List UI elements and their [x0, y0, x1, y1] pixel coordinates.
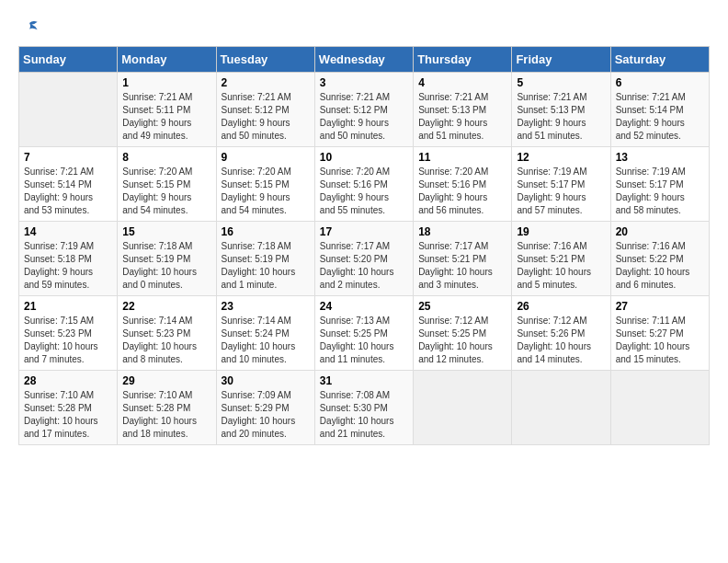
day-info: Sunrise: 7:21 AM Sunset: 5:14 PM Dayligh…	[616, 91, 704, 143]
day-info: Sunrise: 7:21 AM Sunset: 5:11 PM Dayligh…	[122, 91, 210, 143]
calendar-cell: 29Sunrise: 7:10 AM Sunset: 5:28 PM Dayli…	[118, 371, 216, 445]
calendar-cell: 10Sunrise: 7:20 AM Sunset: 5:16 PM Dayli…	[314, 147, 413, 222]
weekday-header-monday: Monday	[118, 47, 216, 73]
calendar-cell: 15Sunrise: 7:18 AM Sunset: 5:19 PM Dayli…	[118, 222, 216, 296]
day-number: 7	[24, 151, 112, 164]
weekday-header-tuesday: Tuesday	[216, 47, 314, 73]
weekday-header-thursday: Thursday	[414, 47, 512, 73]
weekday-header-friday: Friday	[512, 47, 610, 73]
day-number: 4	[418, 76, 506, 89]
day-number: 30	[222, 374, 310, 387]
day-info: Sunrise: 7:11 AM Sunset: 5:27 PM Dayligh…	[616, 315, 704, 366]
day-info: Sunrise: 7:10 AM Sunset: 5:28 PM Dayligh…	[122, 389, 210, 441]
day-number: 1	[122, 76, 210, 89]
day-number: 31	[320, 374, 408, 387]
day-number: 20	[616, 225, 704, 238]
calendar-cell: 1Sunrise: 7:21 AM Sunset: 5:11 PM Daylig…	[118, 73, 216, 147]
day-info: Sunrise: 7:21 AM Sunset: 5:13 PM Dayligh…	[517, 91, 605, 143]
day-info: Sunrise: 7:09 AM Sunset: 5:29 PM Dayligh…	[222, 389, 310, 441]
day-number: 10	[320, 151, 408, 164]
calendar-week-row: 21Sunrise: 7:15 AM Sunset: 5:23 PM Dayli…	[19, 296, 710, 371]
calendar-cell: 27Sunrise: 7:11 AM Sunset: 5:27 PM Dayli…	[610, 296, 709, 371]
day-info: Sunrise: 7:12 AM Sunset: 5:26 PM Dayligh…	[517, 315, 605, 366]
day-info: Sunrise: 7:19 AM Sunset: 5:17 PM Dayligh…	[517, 166, 605, 217]
calendar-cell: 16Sunrise: 7:18 AM Sunset: 5:19 PM Dayli…	[216, 222, 314, 296]
calendar-cell: 13Sunrise: 7:19 AM Sunset: 5:17 PM Dayli…	[610, 147, 709, 222]
calendar-cell: 12Sunrise: 7:19 AM Sunset: 5:17 PM Dayli…	[512, 147, 610, 222]
calendar-cell: 3Sunrise: 7:21 AM Sunset: 5:12 PM Daylig…	[314, 73, 413, 147]
day-info: Sunrise: 7:18 AM Sunset: 5:19 PM Dayligh…	[122, 240, 210, 292]
calendar-cell	[512, 371, 610, 445]
calendar-week-row: 28Sunrise: 7:10 AM Sunset: 5:28 PM Dayli…	[19, 371, 710, 445]
day-number: 28	[24, 374, 112, 387]
day-number: 25	[418, 300, 506, 313]
day-number: 13	[616, 151, 704, 164]
calendar-cell: 17Sunrise: 7:17 AM Sunset: 5:20 PM Dayli…	[314, 222, 413, 296]
weekday-header-wednesday: Wednesday	[314, 47, 413, 73]
calendar-cell: 25Sunrise: 7:12 AM Sunset: 5:25 PM Dayli…	[414, 296, 512, 371]
calendar-cell: 23Sunrise: 7:14 AM Sunset: 5:24 PM Dayli…	[216, 296, 314, 371]
logo	[18, 18, 39, 37]
day-number: 12	[517, 151, 605, 164]
day-info: Sunrise: 7:15 AM Sunset: 5:23 PM Dayligh…	[24, 315, 112, 366]
calendar-cell: 26Sunrise: 7:12 AM Sunset: 5:26 PM Dayli…	[512, 296, 610, 371]
calendar-cell: 2Sunrise: 7:21 AM Sunset: 5:12 PM Daylig…	[216, 73, 314, 147]
day-number: 27	[616, 300, 704, 313]
day-number: 23	[222, 300, 310, 313]
calendar-cell: 28Sunrise: 7:10 AM Sunset: 5:28 PM Dayli…	[19, 371, 118, 445]
day-number: 14	[24, 225, 112, 238]
day-info: Sunrise: 7:21 AM Sunset: 5:12 PM Dayligh…	[222, 91, 310, 143]
day-info: Sunrise: 7:10 AM Sunset: 5:28 PM Dayligh…	[24, 389, 112, 441]
calendar-cell: 18Sunrise: 7:17 AM Sunset: 5:21 PM Dayli…	[414, 222, 512, 296]
calendar-cell: 30Sunrise: 7:09 AM Sunset: 5:29 PM Dayli…	[216, 371, 314, 445]
day-number: 22	[122, 300, 210, 313]
day-info: Sunrise: 7:21 AM Sunset: 5:14 PM Dayligh…	[24, 166, 112, 217]
day-number: 18	[418, 225, 506, 238]
calendar-cell	[414, 371, 512, 445]
day-number: 29	[122, 374, 210, 387]
day-number: 17	[320, 225, 408, 238]
day-info: Sunrise: 7:19 AM Sunset: 5:18 PM Dayligh…	[24, 240, 112, 292]
day-info: Sunrise: 7:13 AM Sunset: 5:25 PM Dayligh…	[320, 315, 408, 366]
day-number: 19	[517, 225, 605, 238]
day-number: 2	[222, 76, 310, 89]
calendar-week-row: 1Sunrise: 7:21 AM Sunset: 5:11 PM Daylig…	[19, 73, 710, 147]
page-header	[18, 18, 710, 37]
day-number: 24	[320, 300, 408, 313]
calendar-cell: 21Sunrise: 7:15 AM Sunset: 5:23 PM Dayli…	[19, 296, 118, 371]
day-number: 16	[222, 225, 310, 238]
day-number: 8	[122, 151, 210, 164]
day-info: Sunrise: 7:21 AM Sunset: 5:12 PM Dayligh…	[320, 91, 408, 143]
calendar-cell: 11Sunrise: 7:20 AM Sunset: 5:16 PM Dayli…	[414, 147, 512, 222]
day-info: Sunrise: 7:12 AM Sunset: 5:25 PM Dayligh…	[418, 315, 506, 366]
day-number: 3	[320, 76, 408, 89]
calendar-cell: 7Sunrise: 7:21 AM Sunset: 5:14 PM Daylig…	[19, 147, 118, 222]
day-number: 11	[418, 151, 506, 164]
day-info: Sunrise: 7:20 AM Sunset: 5:15 PM Dayligh…	[122, 166, 210, 217]
day-number: 21	[24, 300, 112, 313]
day-info: Sunrise: 7:16 AM Sunset: 5:22 PM Dayligh…	[616, 240, 704, 292]
day-info: Sunrise: 7:17 AM Sunset: 5:20 PM Dayligh…	[320, 240, 408, 292]
calendar-cell: 19Sunrise: 7:16 AM Sunset: 5:21 PM Dayli…	[512, 222, 610, 296]
day-number: 15	[122, 225, 210, 238]
calendar-week-row: 14Sunrise: 7:19 AM Sunset: 5:18 PM Dayli…	[19, 222, 710, 296]
day-info: Sunrise: 7:17 AM Sunset: 5:21 PM Dayligh…	[418, 240, 506, 292]
day-info: Sunrise: 7:21 AM Sunset: 5:13 PM Dayligh…	[418, 91, 506, 143]
logo-bird-icon	[20, 18, 39, 37]
calendar-table: SundayMondayTuesdayWednesdayThursdayFrid…	[18, 46, 710, 445]
calendar-cell: 9Sunrise: 7:20 AM Sunset: 5:15 PM Daylig…	[216, 147, 314, 222]
day-info: Sunrise: 7:20 AM Sunset: 5:15 PM Dayligh…	[222, 166, 310, 217]
calendar-week-row: 7Sunrise: 7:21 AM Sunset: 5:14 PM Daylig…	[19, 147, 710, 222]
calendar-cell: 4Sunrise: 7:21 AM Sunset: 5:13 PM Daylig…	[414, 73, 512, 147]
calendar-cell: 6Sunrise: 7:21 AM Sunset: 5:14 PM Daylig…	[610, 73, 709, 147]
day-number: 26	[517, 300, 605, 313]
calendar-header-row: SundayMondayTuesdayWednesdayThursdayFrid…	[19, 47, 710, 73]
day-info: Sunrise: 7:20 AM Sunset: 5:16 PM Dayligh…	[320, 166, 408, 217]
day-info: Sunrise: 7:08 AM Sunset: 5:30 PM Dayligh…	[320, 389, 408, 441]
day-info: Sunrise: 7:14 AM Sunset: 5:23 PM Dayligh…	[122, 315, 210, 366]
calendar-cell: 14Sunrise: 7:19 AM Sunset: 5:18 PM Dayli…	[19, 222, 118, 296]
day-info: Sunrise: 7:19 AM Sunset: 5:17 PM Dayligh…	[616, 166, 704, 217]
calendar-cell: 5Sunrise: 7:21 AM Sunset: 5:13 PM Daylig…	[512, 73, 610, 147]
calendar-cell: 31Sunrise: 7:08 AM Sunset: 5:30 PM Dayli…	[314, 371, 413, 445]
calendar-cell: 22Sunrise: 7:14 AM Sunset: 5:23 PM Dayli…	[118, 296, 216, 371]
